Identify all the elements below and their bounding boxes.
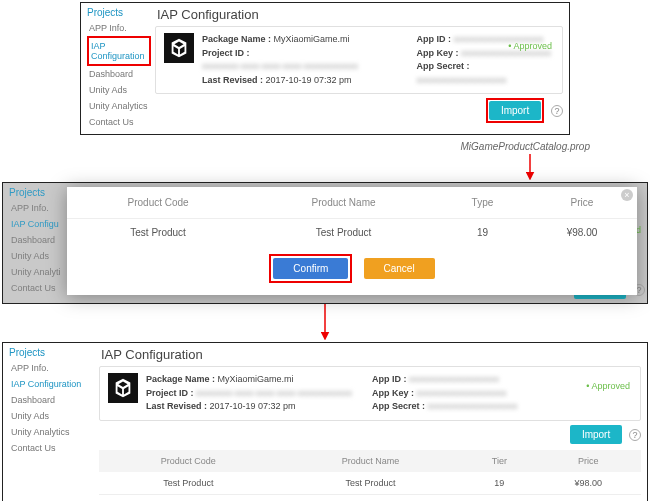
table-row: Test Product Test Product 19 ¥98.00	[67, 219, 637, 247]
cell-code: Test Product	[99, 472, 278, 495]
help-icon[interactable]: ?	[551, 105, 563, 117]
cell-price: ¥98.00	[536, 472, 641, 495]
col-product-name: Product Name	[249, 187, 438, 219]
projects-header: Projects	[9, 347, 95, 358]
sidebar-item-app-info[interactable]: APP Info.	[9, 360, 95, 376]
unity-logo-icon	[164, 33, 194, 63]
help-icon[interactable]: ?	[629, 429, 641, 441]
pkg-name-value: MyXiaomiGame.mi	[218, 374, 294, 384]
contact-us-link[interactable]: Contact Us	[83, 114, 151, 130]
col-product-code: Product Code	[67, 187, 249, 219]
last-revised-label: Last Revised :	[202, 75, 263, 85]
last-revised-value: 2017-10-19 07:32 pm	[266, 75, 352, 85]
contact-us-link[interactable]: Contact Us	[5, 440, 95, 456]
pkg-name-label: Package Name :	[146, 374, 215, 384]
confirm-dialog: × Product Code Product Name Type Price T…	[67, 187, 637, 295]
import-button[interactable]: Import	[570, 425, 622, 444]
sidebar-item-unity-ads[interactable]: Unity Ads	[9, 408, 95, 424]
project-id-label: Project ID :	[202, 48, 250, 58]
pkg-name-value: MyXiaomiGame.mi	[274, 34, 350, 44]
page-title: IAP Configuration	[101, 347, 641, 362]
sidebar-item-app-info[interactable]: APP Info.	[9, 200, 67, 216]
sidebar-item-app-info[interactable]: APP Info.	[87, 20, 151, 36]
app-key-value: xxxxxxxxxxxxxxxxxxxx	[417, 387, 507, 401]
import-button[interactable]: Import	[489, 101, 541, 120]
sidebar-item-iap-config[interactable]: IAP Configuration	[9, 376, 95, 392]
col-product-code: Product Code	[99, 450, 278, 472]
flow-arrow-icon	[75, 304, 575, 340]
sidebar-item-dashboard[interactable]: Dashboard	[87, 66, 151, 82]
unity-logo-icon	[108, 373, 138, 403]
projects-header: Projects	[87, 7, 151, 18]
page-title: IAP Configuration	[157, 7, 563, 22]
app-secret-label: App Secret :	[417, 61, 470, 71]
app-key-label: App Key :	[417, 48, 459, 58]
app-id-label: App ID :	[417, 34, 452, 44]
sidebar-item-iap-config[interactable]: IAP Configuration	[87, 36, 151, 66]
sidebar-item-unity-ads[interactable]: Unity Ads	[87, 82, 151, 98]
sidebar-item-iap-config[interactable]: IAP Configu	[9, 216, 67, 232]
col-price: Price	[536, 450, 641, 472]
col-product-name: Product Name	[278, 450, 463, 472]
sidebar-item-dashboard[interactable]: Dashboard	[9, 232, 67, 248]
cell-tier: 19	[463, 472, 535, 495]
product-table: Product Code Product Name Tier Price Tes…	[99, 450, 641, 495]
col-tier: Tier	[463, 450, 535, 472]
app-id-label: App ID :	[372, 374, 407, 384]
flow-arrow-icon	[75, 154, 575, 180]
app-summary-card: Package Name : MyXiaomiGame.mi Project I…	[99, 366, 641, 421]
project-id-value: xxxxxxxx-xxxx-xxxx-xxxx-xxxxxxxxxxxx	[202, 60, 358, 74]
cell-code: Test Product	[67, 219, 249, 247]
app-secret-label: App Secret :	[372, 401, 425, 411]
contact-us-link[interactable]: Contact Us	[5, 280, 67, 296]
status-approved: Approved	[586, 381, 630, 391]
last-revised-value: 2017-10-19 07:32 pm	[210, 401, 296, 411]
status-approved: Approved	[508, 41, 552, 51]
close-icon[interactable]: ×	[621, 189, 633, 201]
col-type: Type	[438, 187, 527, 219]
cancel-button[interactable]: Cancel	[364, 258, 435, 279]
sidebar-item-dashboard[interactable]: Dashboard	[9, 392, 95, 408]
app-secret-value: xxxxxxxxxxxxxxxxxxxx	[428, 400, 518, 414]
cell-type: 19	[438, 219, 527, 247]
sidebar-item-unity-analytics[interactable]: Unity Analytics	[87, 98, 151, 114]
pkg-name-label: Package Name :	[202, 34, 271, 44]
confirm-button[interactable]: Confirm	[273, 258, 348, 279]
app-secret-value: xxxxxxxxxxxxxxxxxxxx	[417, 74, 507, 88]
cell-price: ¥98.00	[527, 219, 637, 247]
sidebar-item-unity-analytics[interactable]: Unity Analytics	[9, 424, 95, 440]
sidebar-item-unity-analytics[interactable]: Unity Analyti	[9, 264, 67, 280]
app-summary-card: Package Name : MyXiaomiGame.mi Project I…	[155, 26, 563, 94]
sidebar-item-unity-ads[interactable]: Unity Ads	[9, 248, 67, 264]
last-revised-label: Last Revised :	[146, 401, 207, 411]
table-row: Test Product Test Product 19 ¥98.00	[99, 472, 641, 495]
app-key-label: App Key :	[372, 388, 414, 398]
project-id-label: Project ID :	[146, 388, 194, 398]
cell-name: Test Product	[249, 219, 438, 247]
annotation-filename: MiGameProductCatalog.prop	[0, 141, 590, 152]
cell-name: Test Product	[278, 472, 463, 495]
project-id-value: xxxxxxxx-xxxx-xxxx-xxxx-xxxxxxxxxxxx	[196, 387, 352, 401]
projects-header: Projects	[9, 187, 67, 198]
app-id-value: xxxxxxxxxxxxxxxxxxxx	[409, 373, 499, 387]
